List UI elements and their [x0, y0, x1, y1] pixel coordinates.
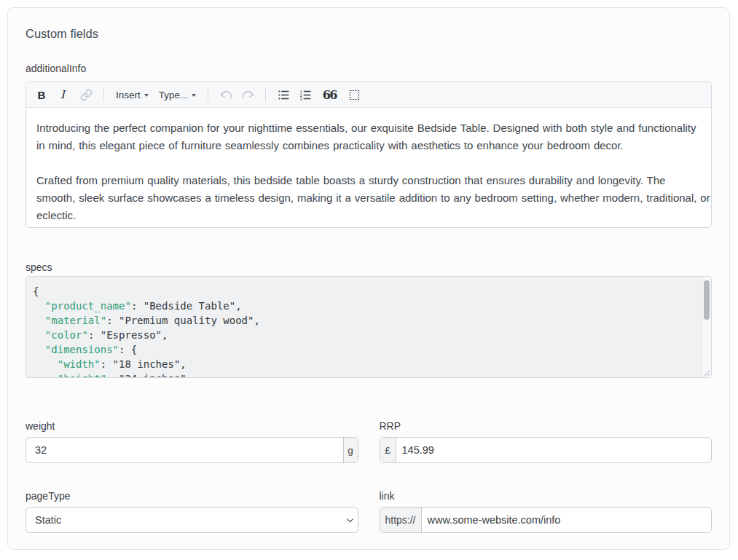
- protocol-prefix: https://: [380, 508, 422, 532]
- rrp-label: RRP: [380, 420, 713, 432]
- pagetype-value: Static: [26, 508, 345, 532]
- field-rrp: RRP £ 145.99: [380, 420, 713, 463]
- rrp-value[interactable]: 145.99: [396, 438, 712, 462]
- undo-icon: [219, 88, 234, 102]
- bullet-list-button[interactable]: [275, 85, 291, 104]
- embed-entry-icon: [349, 90, 360, 100]
- additional-info-label: additionalInfo: [25, 63, 712, 74]
- blockquote-button[interactable]: 66: [321, 85, 337, 104]
- chevron-down-icon: [345, 516, 355, 525]
- rrp-input[interactable]: £ 145.99: [380, 437, 713, 463]
- specs-code-editor[interactable]: { "product_name": "Bedside Table", "mate…: [25, 276, 712, 378]
- scrollbar-track[interactable]: [702, 277, 711, 377]
- weight-label: weight: [25, 420, 358, 432]
- field-pagetype: pageType Static: [25, 490, 358, 533]
- svg-text:3: 3: [300, 96, 302, 100]
- rich-text-content[interactable]: Introducing the perfect companion for yo…: [26, 108, 711, 224]
- link-input[interactable]: https:// www.some-website.com/info: [380, 507, 713, 533]
- toolbar-separator: [103, 87, 104, 102]
- field-weight: weight 32 g: [25, 420, 358, 463]
- link-icon: [80, 89, 93, 101]
- field-link: link https:// www.some-website.com/info: [380, 490, 713, 533]
- bold-button[interactable]: B: [34, 85, 50, 104]
- chevron-down-icon: [192, 94, 196, 97]
- weight-unit-suffix: g: [343, 438, 358, 462]
- paragraph: Introducing the perfect companion for yo…: [36, 119, 701, 154]
- redo-icon: [240, 88, 256, 102]
- link-value[interactable]: www.some-website.com/info: [422, 508, 712, 532]
- link-button[interactable]: [78, 85, 94, 104]
- toolbar-separator: [208, 87, 208, 102]
- code-lines: { "product_name": "Bedside Table", "mate…: [26, 277, 711, 378]
- rich-text-editor: B I Insert Type...: [25, 82, 712, 228]
- weight-input[interactable]: 32 g: [25, 437, 358, 463]
- insert-dropdown[interactable]: Insert: [116, 90, 149, 100]
- select-chevron: [345, 508, 355, 532]
- weight-value[interactable]: 32: [26, 438, 343, 462]
- panel-title: Custom fields: [25, 25, 712, 42]
- pagetype-select[interactable]: Static: [25, 507, 358, 533]
- pagetype-label: pageType: [25, 490, 358, 502]
- ordered-list-button[interactable]: 123: [297, 85, 313, 104]
- link-label: link: [380, 490, 713, 502]
- scrollbar-thumb[interactable]: [704, 280, 710, 320]
- bullet-list-icon: [278, 89, 290, 101]
- paragraph: Crafted from premium quality materials, …: [36, 172, 701, 224]
- ordered-list-icon: 123: [299, 89, 312, 101]
- rte-toolbar: B I Insert Type...: [26, 82, 711, 108]
- chevron-down-icon: [144, 94, 149, 97]
- italic-button[interactable]: I: [55, 85, 71, 104]
- embed-entry-button[interactable]: [349, 90, 360, 100]
- custom-fields-panel: Custom fields additionalInfo B I Insert …: [7, 7, 730, 550]
- specs-label: specs: [25, 261, 712, 273]
- redo-button[interactable]: [240, 85, 256, 104]
- undo-button[interactable]: [218, 85, 234, 104]
- currency-prefix: £: [380, 438, 396, 462]
- toolbar-separator: [265, 87, 266, 102]
- resize-grip-icon[interactable]: [702, 368, 710, 376]
- type-dropdown[interactable]: Type...: [159, 90, 197, 100]
